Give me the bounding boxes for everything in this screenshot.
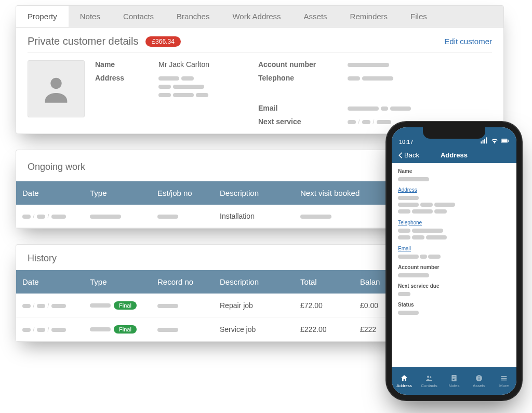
m-label-next-service: Next service due bbox=[398, 283, 510, 289]
label-account: Account number bbox=[258, 60, 331, 69]
balance-badge: £366.34 bbox=[145, 36, 180, 47]
m-link-address[interactable]: Address bbox=[398, 187, 510, 193]
col-next-visit[interactable]: Next visit booked bbox=[294, 181, 382, 205]
col-desc[interactable]: Description bbox=[214, 181, 294, 205]
svg-point-8 bbox=[427, 376, 429, 378]
back-button[interactable]: Back bbox=[398, 151, 419, 159]
page-title: Private customer details bbox=[28, 35, 138, 47]
svg-rect-15 bbox=[478, 377, 479, 380]
label-address: Address bbox=[95, 74, 142, 82]
tab-property[interactable]: Property bbox=[16, 6, 69, 27]
row-total: £72.00 bbox=[294, 294, 354, 317]
m-label-status: Status bbox=[398, 302, 510, 308]
tab-reminders[interactable]: Reminders bbox=[339, 6, 400, 27]
svg-point-16 bbox=[478, 376, 480, 377]
home-icon bbox=[400, 374, 408, 382]
label-telephone: Telephone bbox=[258, 74, 331, 82]
menu-icon bbox=[500, 374, 508, 382]
tab-notes[interactable]: Notes bbox=[69, 6, 112, 27]
svg-point-0 bbox=[50, 78, 61, 89]
row-desc: Installation bbox=[214, 205, 294, 228]
row-desc: Service job bbox=[214, 318, 294, 341]
label-name: Name bbox=[95, 60, 142, 69]
svg-rect-2 bbox=[483, 140, 484, 144]
status-badge: Final bbox=[114, 301, 137, 310]
label-next-service: Next service bbox=[258, 117, 331, 126]
phone-notch bbox=[423, 127, 485, 139]
svg-rect-11 bbox=[453, 376, 455, 377]
label-email: Email bbox=[258, 104, 331, 112]
chevron-left-icon bbox=[398, 152, 403, 159]
status-badge: Final bbox=[114, 325, 137, 334]
nav-title: Address bbox=[441, 151, 468, 159]
tabbar-address[interactable]: Address bbox=[392, 367, 417, 395]
col-date[interactable]: Date bbox=[16, 270, 84, 294]
wifi-icon bbox=[490, 137, 499, 145]
col-total[interactable]: Total bbox=[294, 270, 354, 294]
status-time: 10:17 bbox=[399, 139, 414, 145]
svg-rect-13 bbox=[453, 379, 454, 380]
tab-assets[interactable]: Assets bbox=[292, 6, 339, 27]
value-address bbox=[158, 74, 242, 99]
ongoing-heading: Ongoing work bbox=[28, 162, 85, 172]
tab-work-address[interactable]: Work Address bbox=[221, 6, 292, 27]
m-link-email[interactable]: Email bbox=[398, 246, 510, 251]
value-name: Mr Jack Carlton bbox=[158, 60, 242, 69]
phone-content[interactable]: Name Address Telephone Email Account num… bbox=[392, 163, 516, 367]
person-icon bbox=[39, 72, 73, 105]
tabbar-contacts[interactable]: Contacts bbox=[417, 367, 442, 395]
col-record[interactable]: Record no bbox=[151, 270, 214, 294]
svg-rect-6 bbox=[502, 140, 507, 142]
svg-rect-19 bbox=[501, 379, 507, 380]
history-heading: History bbox=[28, 253, 57, 264]
m-label-account: Account number bbox=[398, 264, 510, 270]
col-type[interactable]: Type bbox=[84, 270, 151, 294]
m-link-telephone[interactable]: Telephone bbox=[398, 220, 510, 225]
mobile-preview: 10:17 Back Address Name Address Telephon… bbox=[387, 122, 522, 400]
info-icon bbox=[475, 374, 483, 382]
tab-contacts[interactable]: Contacts bbox=[112, 6, 165, 27]
tab-files[interactable]: Files bbox=[399, 6, 438, 27]
tabbar-assets[interactable]: Assets bbox=[467, 367, 491, 395]
tabbar-more[interactable]: More bbox=[491, 367, 516, 395]
col-estjob[interactable]: Est/job no bbox=[151, 181, 214, 205]
svg-rect-4 bbox=[486, 137, 487, 143]
svg-point-9 bbox=[430, 376, 431, 378]
svg-rect-1 bbox=[481, 141, 482, 143]
avatar bbox=[28, 60, 85, 117]
back-label: Back bbox=[404, 151, 419, 159]
col-date[interactable]: Date bbox=[16, 181, 84, 205]
notes-icon bbox=[450, 374, 458, 382]
value-telephone bbox=[348, 74, 441, 82]
row-total: £222.00 bbox=[294, 318, 354, 341]
tabbar-notes[interactable]: Notes bbox=[442, 367, 467, 395]
navbar: Back Address bbox=[392, 147, 516, 163]
svg-rect-3 bbox=[484, 139, 485, 143]
svg-rect-12 bbox=[453, 378, 455, 378]
value-email bbox=[348, 104, 441, 112]
col-type[interactable]: Type bbox=[84, 181, 151, 205]
svg-rect-18 bbox=[501, 378, 507, 379]
tab-branches[interactable]: Branches bbox=[165, 6, 221, 27]
col-desc[interactable]: Description bbox=[214, 270, 294, 294]
tab-bar: Address Contacts Notes Assets More bbox=[392, 367, 516, 395]
row-desc: Repair job bbox=[214, 294, 294, 317]
svg-rect-17 bbox=[501, 376, 507, 377]
customer-panel: Property Notes Contacts Branches Work Ad… bbox=[16, 5, 504, 134]
edit-customer-link[interactable]: Edit customer bbox=[444, 37, 492, 46]
tabs: Property Notes Contacts Branches Work Ad… bbox=[16, 6, 503, 28]
m-label-name: Name bbox=[398, 168, 510, 174]
battery-icon bbox=[501, 137, 509, 145]
value-account bbox=[348, 60, 441, 69]
contacts-icon bbox=[425, 374, 433, 382]
svg-rect-7 bbox=[508, 140, 509, 142]
